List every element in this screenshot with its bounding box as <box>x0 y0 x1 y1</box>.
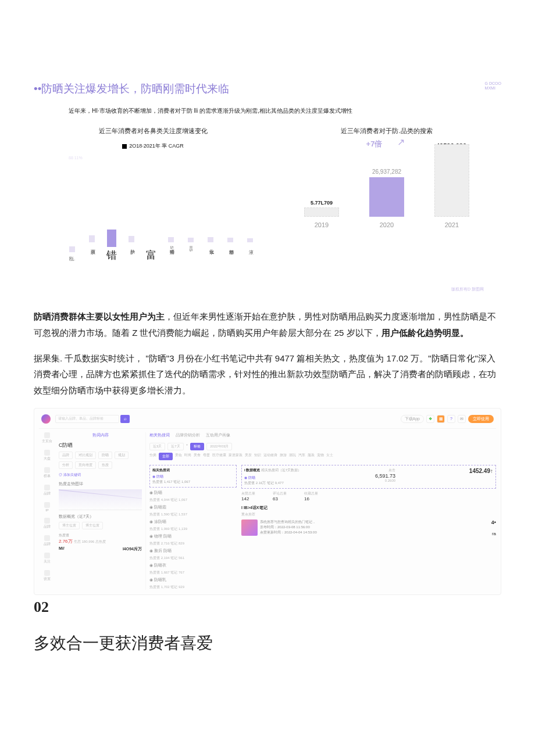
chart-right: 近三年消费者对于防.品类的搜索 49526.030 +7倍 ↗ 5.77L709… <box>284 127 490 292</box>
trend-title: 热度走势图详 <box>59 481 142 487</box>
side-item[interactable]: 设置 <box>44 570 51 582</box>
body-paragraph-2: 据果集. 千瓜数据实时统计， "防晒"3 月份在小红书笔记中共有 9477 篇相… <box>34 350 501 399</box>
notes-heading: I IB>4话X笔记 <box>241 505 496 511</box>
cat-pill[interactable]: 美食 <box>194 453 201 460</box>
cat-pill[interactable]: 汽车 <box>298 453 305 460</box>
cat-pill[interactable]: 旅游 <box>280 453 287 460</box>
chart-left-title: 近三年消费者对各鼻类关注度增速变化 <box>45 127 261 135</box>
summary-box: I 数据概览 相关热搜词（近7天数据） ◉ 防晒 热度值 2.16万 笔记 9,… <box>241 465 496 489</box>
cat-pill[interactable]: 母婴 <box>203 453 210 460</box>
side-item[interactable]: 品牌 <box>44 485 51 496</box>
icon-help[interactable]: ? <box>447 415 455 423</box>
cat-pill[interactable]: 潮玩 <box>289 453 296 460</box>
list-item[interactable]: ◉ 脸后 防晒 <box>149 548 237 554</box>
add-keyword[interactable]: ◎ 添加关键词 <box>59 472 142 478</box>
bar-2021 <box>434 144 469 217</box>
arrow-icon: ↗ <box>397 137 405 148</box>
list-item[interactable]: ◉ 防晒乳 <box>149 577 237 583</box>
side-item[interactable]: 主页台 <box>42 432 52 444</box>
icon-green[interactable]: ❖ <box>426 415 434 423</box>
download-app[interactable]: 下载App <box>401 415 424 423</box>
cat-pill[interactable]: 美妆 <box>175 453 182 460</box>
filter-pill[interactable]: 对比规划 <box>75 452 96 459</box>
list-item[interactable]: ◉ 涂防晒 <box>149 519 237 525</box>
list-item[interactable]: ◉ 防晒霜 <box>149 504 237 510</box>
bar-2019 <box>304 207 339 217</box>
x-label: 2021 <box>445 221 459 228</box>
metric-up: 1452.49↑ <box>469 468 493 474</box>
subfilter[interactable]: 博主位置 <box>82 522 103 529</box>
cat-pill[interactable]: 美发 <box>245 453 252 460</box>
side-item[interactable]: 榜单 <box>44 467 51 479</box>
search-button[interactable]: ⌕ <box>120 415 130 423</box>
tab-hot[interactable]: 相关热搜词 <box>149 432 170 438</box>
period-pill[interactable]: 2022年03月 <box>206 443 232 450</box>
filter-row-1: 品牌 对比规划 防晒 规划 <box>59 452 142 459</box>
stats-title: 数据概览（近7天） <box>59 514 142 519</box>
side-item[interactable]: 品牌 <box>44 518 51 529</box>
charts-row: 近三年消费者对各鼻类关注度增速变化 2O18·2021年 率 CAGR 88 1… <box>34 127 501 292</box>
cat-pill[interactable]: 时尚 <box>184 453 191 460</box>
list-item[interactable]: ◉ 防晒 <box>149 490 237 496</box>
period-pill[interactable]: 近3天 <box>149 443 165 450</box>
hot-box: 相关热搜词 ◉ 防晒 热度值 1,417 笔记 1,067 <box>149 465 237 488</box>
filter-pill[interactable]: 品牌 <box>59 452 73 459</box>
side-item[interactable]: 关注 <box>44 553 51 564</box>
section-number: 02 <box>34 599 501 616</box>
period-pill[interactable]: 近7天 <box>167 443 183 450</box>
cat-pill[interactable]: 宠物 <box>317 453 324 460</box>
filter-pill[interactable]: 防晒 <box>98 452 112 459</box>
tab-brand[interactable]: 品牌营销分析 <box>176 432 200 438</box>
cat-pill[interactable]: 全部 <box>159 453 173 460</box>
cat-pill[interactable]: 医疗健康 <box>212 453 226 460</box>
chart-left-legend: 2O18·2021年 率 CAGR <box>45 142 261 150</box>
subfilter[interactable]: 博主位置 <box>59 522 80 529</box>
badge-4: 4• <box>491 519 496 525</box>
bar <box>89 235 95 242</box>
bar-label: 5.77L709 <box>311 200 333 206</box>
filter-pill[interactable]: 热搜 <box>98 461 112 469</box>
list-item[interactable]: ◉ 防晒衣 <box>149 562 237 568</box>
dashboard-screenshot: 请输入品牌、单品、品牌标签 ⌕ 下载App ❖ ▦ ? ✉ 立即使用 主页台 大… <box>34 408 501 595</box>
cat-pill[interactable]: 家居家装 <box>229 453 242 460</box>
side-item[interactable]: IP <box>44 502 50 512</box>
filter-pill[interactable]: 规划 <box>115 452 129 459</box>
badge-ra: ra <box>491 531 496 536</box>
search-input[interactable]: 请输入品牌、单品、品牌标签 <box>55 415 119 423</box>
legend-swatch <box>122 144 127 149</box>
dash-topbar: 请输入品牌、单品、品牌标签 ⌕ 下载App ❖ ▦ ? ✉ 立即使用 <box>39 413 496 429</box>
filter-pill[interactable]: 意向维度 <box>75 461 96 469</box>
icon-msg[interactable]: ✉ <box>458 415 466 423</box>
bar <box>247 238 253 242</box>
search-group: 请输入品牌、单品、品牌标签 ⌕ <box>55 415 130 423</box>
filter-pill[interactable]: 分析 <box>59 461 73 469</box>
bars-right: +7倍 ↗ 5.77L709 2019 26,937,282 2020 <box>284 153 490 228</box>
note-item[interactable]: 系统推荐与您查询相关的热门笔记， 发布时间：2022-03-08 11:56:0… <box>241 519 317 536</box>
cat-pill[interactable]: 运动健身 <box>263 453 277 460</box>
metrics-row: 点赞总量142 评论总量63 收藏总量16 <box>241 491 496 501</box>
cta-button[interactable]: 立即使用 <box>468 415 494 423</box>
cat-pill[interactable]: 女士 <box>326 453 333 460</box>
bar-2020 <box>369 177 404 217</box>
main-panel: 相关热搜词 品牌营销分析 互动用户画像 近3天 近7天 + 标签 2022年03… <box>149 432 496 590</box>
filter-row-2: 分析 意向维度 热搜 <box>59 461 142 469</box>
period-pill[interactable]: 标签 <box>190 443 204 450</box>
tab-user[interactable]: 互动用户画像 <box>206 432 230 438</box>
left-tab[interactable]: 热词内容 <box>59 432 142 438</box>
period-row: 近3天 近7天 + 标签 2022年03月 <box>149 443 496 450</box>
bar <box>208 237 213 242</box>
note-thumb <box>241 519 258 536</box>
side-item[interactable]: 大盘 <box>44 450 51 461</box>
section-title: 多效合一更获消费者喜爱 <box>34 632 501 654</box>
category-row: 分类 全部 美妆 时尚 美食 母婴 医疗健康 家居家装 美发 知识 运动健身 旅… <box>149 453 496 460</box>
cat-pill[interactable]: 知识 <box>254 453 261 460</box>
list-item[interactable]: ◉ 物理 防晒 <box>149 533 237 539</box>
cat-pill[interactable]: 服装 <box>308 453 315 460</box>
bar <box>129 236 134 242</box>
bar <box>69 246 75 252</box>
trend-chart <box>59 489 142 510</box>
logo-icon <box>41 414 51 424</box>
icon-grid[interactable]: ▦ <box>437 415 445 423</box>
side-item[interactable]: 品牌 <box>44 535 51 547</box>
page-title: ••防晒关注爆发增长，防晒刚需时代来临 <box>34 81 229 96</box>
